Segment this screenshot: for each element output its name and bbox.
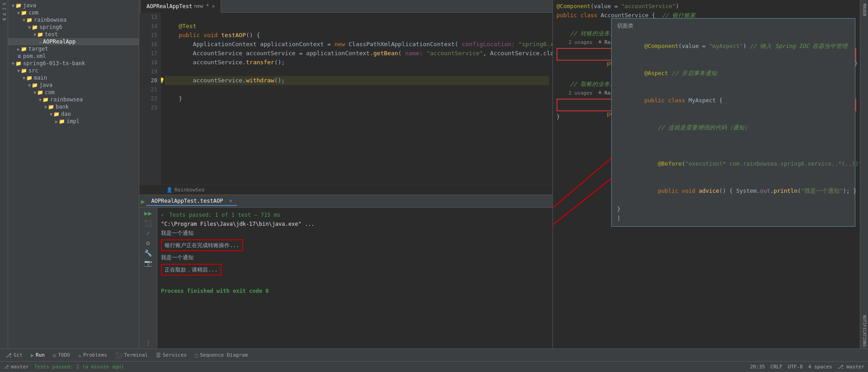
tree-spring6-1[interactable]: ▼ 📁 spring6: [8, 24, 139, 31]
status-time: 20:35: [750, 364, 765, 370]
branch-icon: ⎇: [838, 364, 844, 370]
tab-aoprealapptest[interactable]: AOPRealAppTest new * ×: [141, 0, 221, 13]
status-git[interactable]: ⎇ master: [4, 364, 29, 370]
line-numbers: 13 14 15 16 17 18 19 20 21 22 23: [139, 13, 161, 185]
tree-test[interactable]: ▼ 📁 test: [8, 31, 139, 38]
todo-icon: ☑: [53, 352, 56, 358]
settings-icon[interactable]: ⚙: [146, 239, 150, 247]
run-icon[interactable]: ▶: [141, 198, 145, 205]
code-line-21: [165, 85, 549, 94]
tab-close[interactable]: ×: [212, 3, 215, 10]
output-box-1: 银行账户正在完成转账操作...: [161, 238, 243, 252]
tree-java2[interactable]: ▼ 📁 java: [8, 81, 139, 89]
output-box-2: 正在取款，请稍后...: [161, 263, 222, 277]
popup-line-4: // 这就是需要增强的代码（通知）: [617, 114, 849, 141]
code-line-20: 💡 accountService.withdraw();: [165, 76, 549, 85]
tab-run[interactable]: AOPRealAppTest.testAOP ×: [146, 197, 236, 206]
git-label: Git: [14, 352, 23, 358]
tree-aoprealapp[interactable]: ☕ AOPRealApp: [8, 38, 139, 45]
problems-icon: ⚠: [78, 352, 81, 358]
sequence-icon: ⬚: [195, 352, 198, 358]
problems-button[interactable]: ⚠ Problems: [75, 351, 111, 359]
status-encoding[interactable]: UTF-8: [788, 364, 803, 370]
notifications-icon[interactable]: Notifications: [862, 313, 867, 348]
commit-icon[interactable]: C: [2, 7, 6, 11]
popup-line-8: }: [617, 205, 849, 214]
tree-target[interactable]: ▶ 📁 target: [8, 45, 139, 52]
editor-tabs: AOPRealAppTest new * ×: [139, 0, 552, 13]
tree-java[interactable]: ▼ 📁 java: [8, 2, 139, 9]
status-bar: ⎇ master Tests passed: 1 (a minute ago) …: [0, 361, 868, 372]
output-1: 我是一个通知: [161, 229, 549, 238]
tree-pomxml[interactable]: 🗎 pom.xml: [8, 52, 139, 60]
sequence-diagram-button[interactable]: ⬚ Sequence Diagram: [191, 351, 251, 359]
rc-line-1: @Component(value = "accountService"): [557, 2, 856, 11]
filter-icon[interactable]: 🔧: [144, 249, 152, 257]
problems-label: Problems: [83, 352, 107, 358]
tree-src[interactable]: ▼ 📁 src: [8, 67, 139, 74]
tree-main[interactable]: ▼ 📁 main: [8, 74, 139, 81]
run-play-icon: ▶: [31, 352, 34, 358]
popup-line-1: @Component(value = "myAspect") // 纳入 Spr…: [617, 33, 849, 60]
maven-icon[interactable]: Maven: [862, 2, 867, 18]
author-name: RainbowSea: [175, 187, 204, 193]
git-status-label: master: [11, 364, 29, 370]
code-area: AOPRealAppTest new * × 13 14 15 16 17 18…: [139, 0, 552, 348]
tree-spring6-013[interactable]: ▼ 📁 spring6-013-tx-bank: [8, 60, 139, 67]
run-tab-close[interactable]: ×: [229, 198, 232, 204]
structure-icon[interactable]: S: [2, 2, 6, 6]
command-line: "C:\Program Files\Java\jdk-17\bin\java.e…: [161, 219, 549, 229]
status-crlf[interactable]: CRLF: [770, 364, 783, 370]
code-line-19: [165, 67, 549, 76]
popup-line-5: [617, 141, 849, 150]
tree-com2[interactable]: ▼ 📁 com: [8, 89, 139, 96]
bookmarks-icon[interactable]: B: [2, 17, 6, 21]
output-2: 我是一个通知: [161, 253, 549, 262]
git-button[interactable]: ⎇ Git: [2, 351, 26, 359]
run-content: ▶▶ ⬛ ✓ ⚙ 🔧 📷 ⋮ ✓ Tests passed: 1 of 1 te…: [139, 208, 552, 348]
code-line-17: AccountService accountService = applicat…: [165, 49, 549, 58]
services-icon: ☰: [156, 352, 161, 358]
tree-bank[interactable]: ▼ 📁 bank: [8, 103, 139, 110]
more-icon[interactable]: ⋮: [145, 339, 151, 347]
tree-dao[interactable]: ▼ 📁 dao: [8, 110, 139, 118]
output-blank: [161, 277, 549, 286]
git-icon: ⎇: [5, 352, 12, 358]
tree-rainbowsea1[interactable]: ▼ 📁 rainbowsea: [8, 16, 139, 24]
test-icon[interactable]: ✓: [146, 229, 150, 237]
rerun-icon[interactable]: ▶▶: [144, 210, 152, 217]
tree-rainbowsea2[interactable]: ▼ 📁 rainbowsea: [8, 96, 139, 103]
run-label: Run: [36, 352, 45, 358]
tree-com1[interactable]: ▼ 📁 com: [8, 9, 139, 16]
lightbulb-icon[interactable]: 💡: [161, 76, 165, 85]
popup-line-7: public void advice() { System.out.printl…: [617, 177, 849, 205]
run-panel: ▶ AOPRealAppTest.testAOP × ▶▶ ⬛ ✓ ⚙ 🔧 📷 …: [139, 195, 552, 348]
status-indent[interactable]: 4 spaces: [808, 364, 832, 370]
sequence-label: Sequence Diagram: [200, 352, 248, 358]
code-editor[interactable]: 13 14 15 16 17 18 19 20 21 22 23 @Test: [139, 13, 552, 185]
run-output: ✓ Tests passed: 1 of 1 test – 715 ms "C:…: [157, 208, 552, 348]
file-tree: ▼ 📁 java ▼ 📁 com ▼ 📁 rainbowsea ▼ 📁 spri…: [8, 0, 139, 348]
code-lines[interactable]: @Test public void testAOP() { Applicatio…: [161, 13, 552, 185]
test-status-line: ✓ Tests passed: 1 of 1 test – 715 ms: [161, 210, 549, 219]
pomxml-label: pom.xml: [23, 53, 46, 59]
code-line-22: }: [165, 94, 549, 103]
camera-icon[interactable]: 📷: [144, 259, 152, 267]
main-area: S C P B ▼ 📁 java ▼ 📁 com ▼ 📁 rainbowsea …: [0, 0, 868, 348]
popup-line-6: @Before("execution(* com.rainbowsea.spri…: [617, 150, 849, 177]
todo-button[interactable]: ☑ TODO: [49, 351, 74, 359]
run-sidebar: ▶▶ ⬛ ✓ ⚙ 🔧 📷 ⋮: [139, 208, 157, 348]
run-button[interactable]: ▶ Run: [27, 351, 48, 359]
test-status: Tests passed: 1 of 1 test – 715 ms: [169, 212, 280, 218]
tree-impl[interactable]: ▶ 📁 impl: [8, 118, 139, 125]
status-tests: Tests passed: 1 (a minute ago): [34, 364, 124, 370]
stop-icon[interactable]: ⬛: [144, 219, 152, 227]
popup-title: 切面类: [617, 22, 849, 30]
code-line-18: accountService.transfer();: [165, 58, 549, 67]
services-button[interactable]: ☰ Services: [152, 351, 190, 359]
terminal-button[interactable]: ⬛ Terminal: [112, 351, 151, 359]
run-tab-label: AOPRealAppTest.testAOP: [151, 198, 223, 204]
status-right: 20:35 CRLF UTF-8 4 spaces ⎇ master: [750, 364, 864, 370]
pull-requests-icon[interactable]: P: [2, 12, 6, 16]
code-line-23: [165, 103, 549, 112]
